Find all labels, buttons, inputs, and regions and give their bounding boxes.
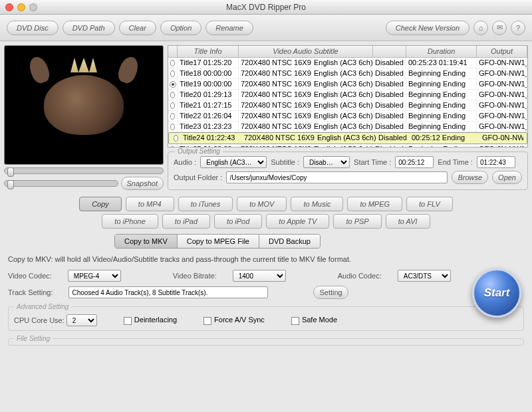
option-button[interactable]: Option bbox=[160, 21, 201, 35]
row-radio[interactable] bbox=[170, 60, 175, 66]
tab-to-mpeg[interactable]: to MPEG bbox=[347, 197, 402, 211]
tab-to-apple-tv[interactable]: to Apple TV bbox=[266, 214, 329, 229]
start-time-label: Start Time : bbox=[354, 158, 391, 166]
video-preview[interactable] bbox=[4, 45, 164, 165]
video-bitrate-select[interactable]: 1400 bbox=[233, 270, 286, 282]
subtitle-select[interactable]: Disab… bbox=[303, 156, 350, 168]
crown-icon bbox=[70, 58, 97, 72]
mode-description: Copy to MKV: will hold all Video/Audio/S… bbox=[8, 255, 524, 263]
segment-copy-to-mkv[interactable]: Copy to MKV bbox=[115, 235, 178, 248]
start-button[interactable]: Start bbox=[472, 268, 521, 318]
preview-pane: Snapshot bbox=[4, 45, 164, 190]
row-radio[interactable] bbox=[170, 102, 175, 109]
tab-to-itunes[interactable]: to iTunes bbox=[178, 197, 233, 211]
video-bitrate-label: Video Bitrate: bbox=[173, 272, 217, 280]
segment-copy-to-mpeg-file[interactable]: Copy to MPEG File bbox=[178, 235, 259, 248]
clear-button[interactable]: Clear bbox=[119, 21, 156, 35]
tab-to-avi[interactable]: to AVI bbox=[386, 214, 430, 229]
track-setting-button[interactable]: Setting bbox=[313, 286, 348, 299]
format-tabs-row1: Copyto MP4to iTunesto MOVto Musicto MPEG… bbox=[0, 194, 532, 211]
dvd-disc-button[interactable]: DVD Disc bbox=[7, 21, 59, 35]
row-radio[interactable] bbox=[174, 135, 178, 142]
tab-copy[interactable]: Copy bbox=[79, 197, 122, 211]
cpu-core-select[interactable]: 2 bbox=[66, 314, 97, 326]
open-button[interactable]: Open bbox=[492, 171, 522, 184]
row-radio[interactable] bbox=[170, 70, 175, 77]
track-setting-input[interactable] bbox=[68, 286, 268, 298]
browse-button[interactable]: Browse bbox=[452, 171, 488, 184]
tab-to-ipad[interactable]: to iPad bbox=[162, 214, 210, 229]
tab-to-mp4[interactable]: to MP4 bbox=[126, 197, 174, 211]
snapshot-button[interactable]: Snapshot bbox=[121, 177, 164, 190]
audio-select[interactable]: English (AC3… bbox=[200, 156, 267, 168]
table-row[interactable]: Title24 01:22:43720X480 NTSC 16X9English… bbox=[168, 132, 527, 144]
settings-panel: Copy to MKVCopy to MPEG FileDVD Backup C… bbox=[0, 229, 532, 351]
toolbar: DVD Disc DVD Path Clear Option Rename Ch… bbox=[0, 15, 532, 41]
row-radio[interactable] bbox=[170, 92, 175, 98]
file-setting-group: File Setting bbox=[8, 335, 524, 346]
end-time-input[interactable] bbox=[477, 156, 515, 168]
end-time-label: End Time : bbox=[438, 158, 473, 166]
table-row[interactable]: Title20 01:29:13720X480 NTSC 16X9English… bbox=[168, 90, 527, 100]
tab-to-music[interactable]: to Music bbox=[291, 197, 343, 211]
video-codec-label: Video Codec: bbox=[8, 272, 52, 280]
start-time-input[interactable] bbox=[395, 156, 434, 168]
segment-dvd-backup[interactable]: DVD Backup bbox=[259, 235, 320, 248]
audio-codec-label: Audio Codec: bbox=[338, 272, 382, 280]
dvd-path-button[interactable]: DVD Path bbox=[63, 21, 115, 35]
table-header: Title Info Video Audio Subtitle Duration… bbox=[168, 46, 527, 58]
scrub-slider[interactable] bbox=[4, 180, 118, 187]
track-setting-label: Track Setting: bbox=[8, 288, 53, 296]
row-radio[interactable] bbox=[170, 81, 176, 88]
subtitle-label: Subtitle : bbox=[271, 158, 299, 166]
title-table: Title Info Video Audio Subtitle Duration… bbox=[168, 45, 528, 148]
window-title: MacX DVD Ripper Pro bbox=[0, 3, 532, 12]
tab-to-iphone[interactable]: to iPhone bbox=[102, 214, 158, 229]
force-av-sync-checkbox[interactable]: Force A/V Sync bbox=[203, 316, 265, 324]
playback-slider[interactable] bbox=[4, 167, 164, 174]
output-folder-label: Output Folder : bbox=[174, 173, 222, 181]
table-row[interactable]: Title23 01:23:23720X480 NTSC 16X9English… bbox=[168, 122, 527, 132]
help-icon[interactable]: ? bbox=[511, 21, 525, 35]
table-row[interactable]: Title22 01:26:04720X480 NTSC 16X9English… bbox=[168, 111, 527, 122]
format-tabs-row2: to iPhoneto iPadto iPodto Apple TVto PSP… bbox=[0, 211, 532, 229]
tab-to-flv[interactable]: to FLV bbox=[406, 197, 453, 211]
output-setting-group: Output Setting Audio : English (AC3… Sub… bbox=[168, 152, 528, 190]
row-radio[interactable] bbox=[170, 124, 175, 130]
tab-to-mov[interactable]: to MOV bbox=[237, 197, 287, 211]
video-codec-select[interactable]: MPEG-4 bbox=[68, 270, 121, 282]
table-row[interactable]: Title21 01:27:15720X480 NTSC 16X9English… bbox=[168, 100, 527, 111]
tab-to-ipod[interactable]: to iPod bbox=[214, 214, 262, 229]
safe-mode-checkbox[interactable]: Safe Mode bbox=[291, 316, 337, 324]
row-radio[interactable] bbox=[170, 146, 175, 148]
table-row[interactable]: Title19 00:00:00720X480 NTSC 16X9English… bbox=[168, 79, 527, 90]
mail-icon[interactable]: ✉ bbox=[492, 21, 507, 35]
titlebar: MacX DVD Ripper Pro bbox=[0, 0, 532, 15]
output-folder-input[interactable] bbox=[226, 171, 448, 183]
table-row[interactable]: Title17 01:25:20720X480 NTSC 16X9English… bbox=[168, 58, 527, 68]
audio-codec-select[interactable]: AC3/DTS bbox=[398, 270, 451, 282]
cpu-core-label: CPU Core Use: bbox=[14, 316, 65, 324]
deinterlacing-checkbox[interactable]: Deinterlacing bbox=[124, 316, 177, 324]
rename-button[interactable]: Rename bbox=[205, 21, 253, 35]
copy-mode-segment: Copy to MKVCopy to MPEG FileDVD Backup bbox=[114, 234, 321, 249]
table-row[interactable]: Title18 00:00:00720X480 NTSC 16X9English… bbox=[168, 68, 527, 79]
advanced-setting-group: Advanced Setting CPU Core Use: 2 Deinter… bbox=[8, 303, 524, 331]
home-icon[interactable]: ⌂ bbox=[473, 21, 488, 35]
audio-label: Audio : bbox=[174, 158, 196, 166]
tab-to-psp[interactable]: to PSP bbox=[333, 214, 381, 229]
check-version-button[interactable]: Check New Version bbox=[386, 21, 469, 35]
row-radio[interactable] bbox=[170, 113, 175, 120]
